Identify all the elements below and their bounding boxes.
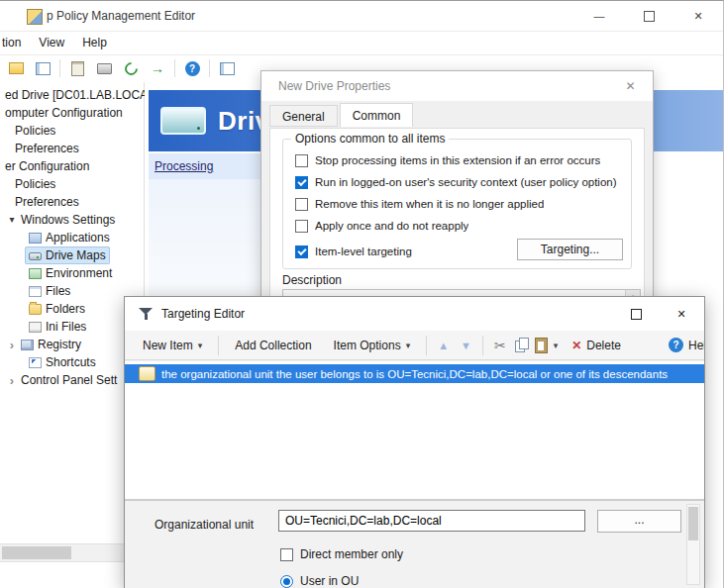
run-user-context-checkbox[interactable]: [295, 176, 308, 189]
tree-item-environment[interactable]: Environment: [0, 264, 144, 282]
maximize-button[interactable]: [624, 1, 673, 31]
option-run-in-user-context[interactable]: Run in logged-on user's security context…: [295, 174, 621, 190]
options-group-box: Options common to all items Stop process…: [282, 139, 632, 269]
tree-item-shortcuts[interactable]: Shortcuts: [0, 353, 144, 371]
tree-item-applications[interactable]: Applications: [0, 229, 144, 246]
environment-icon: [29, 268, 42, 279]
properties-scrollbar[interactable]: [686, 504, 700, 585]
tree-item-folders[interactable]: Folders: [0, 300, 144, 318]
option-remove-when-not-applied[interactable]: Remove this item when it is no longer ap…: [295, 196, 621, 212]
tree-item-mapped-drive[interactable]: ed Drive [DC01.LAB.LOCA: [0, 86, 144, 104]
drive-header-icon: [160, 107, 206, 135]
window-controls: — ✕: [574, 1, 723, 31]
tree-horizontal-scrollbar[interactable]: [0, 543, 143, 562]
organizational-unit-input[interactable]: [278, 510, 585, 532]
targeting-item-organizational-unit[interactable]: the organizational unit the user belongs…: [125, 364, 704, 383]
minimize-button[interactable]: —: [574, 1, 624, 31]
option-stop-processing[interactable]: Stop processing items in this extension …: [295, 152, 621, 168]
tree-item-label: Registry: [38, 338, 81, 351]
expander-collapsed-icon[interactable]: ›: [6, 373, 18, 388]
expander-expanded-icon[interactable]: ▾: [6, 211, 18, 229]
help-icon[interactable]: ?: [182, 58, 202, 78]
option-label: Item-level targeting: [315, 245, 412, 257]
maximize-button[interactable]: [613, 297, 659, 331]
tree-item-windows-settings[interactable]: ▾Windows Settings: [0, 211, 144, 229]
maximize-icon: [631, 309, 642, 320]
tree-item-label: Environment: [46, 266, 112, 280]
close-icon: ✕: [625, 79, 635, 93]
refresh-icon[interactable]: [121, 58, 141, 78]
tree-item-computer-configuration[interactable]: omputer Configuration: [0, 104, 144, 122]
tab-label: Common: [353, 109, 401, 123]
tree-item-registry[interactable]: ›Registry: [0, 336, 144, 353]
tree-item-ini-files[interactable]: Ini Files: [0, 318, 144, 336]
option-apply-once[interactable]: Apply once and do not reapply: [295, 218, 621, 234]
tree-item-user-configuration[interactable]: er Configuration: [0, 157, 144, 175]
tree-item-computer-policies[interactable]: Policies: [0, 122, 144, 140]
apply-once-checkbox[interactable]: [295, 220, 308, 233]
clipboard-icon[interactable]: [67, 58, 87, 78]
list-view-icon[interactable]: [217, 58, 237, 78]
window-title: p Policy Management Editor: [47, 9, 195, 23]
add-collection-button[interactable]: Add Collection: [227, 334, 319, 357]
delete-button[interactable]: ✕ Delete: [564, 334, 629, 357]
toolbar-separator: [174, 59, 175, 77]
export-list-icon[interactable]: →: [148, 58, 167, 78]
paste-dropdown-icon[interactable]: ▾: [554, 341, 559, 350]
tree-item-computer-preferences[interactable]: Preferences: [0, 140, 144, 157]
direct-member-label: Direct member only: [300, 547, 403, 561]
move-down-button[interactable]: ▼: [458, 340, 474, 351]
direct-member-only-option[interactable]: Direct member only: [280, 546, 403, 562]
console-tree-toggle-icon[interactable]: [33, 58, 52, 78]
shortcuts-icon: [29, 357, 42, 368]
tree-item-label: Ini Files: [46, 320, 86, 334]
user-in-ou-label: User in OU: [300, 574, 359, 588]
expander-collapsed-icon[interactable]: ›: [6, 338, 18, 352]
tab-common[interactable]: Common: [340, 103, 414, 127]
move-up-button[interactable]: ▲: [435, 340, 452, 351]
copy-button[interactable]: [515, 338, 529, 352]
tree-item-files[interactable]: Files: [0, 282, 144, 300]
new-item-button[interactable]: New Item ▾: [135, 334, 210, 357]
user-in-ou-option[interactable]: User in OU: [280, 573, 359, 588]
tree-item-drive-maps[interactable]: Drive Maps: [0, 246, 144, 264]
menu-action[interactable]: tion: [0, 36, 30, 49]
tab-general[interactable]: General: [269, 105, 338, 127]
item-options-button[interactable]: Item Options ▾: [326, 334, 419, 357]
print-icon[interactable]: [94, 58, 114, 78]
user-in-ou-radio[interactable]: [280, 575, 293, 588]
tree-item-user-preferences[interactable]: Preferences: [0, 193, 144, 211]
toolbar-separator: [209, 59, 210, 77]
tree-item-label: Preferences: [15, 142, 79, 155]
remove-item-checkbox[interactable]: [295, 198, 308, 211]
help-button[interactable]: ? Help: [661, 334, 705, 357]
stop-processing-checkbox[interactable]: [295, 154, 308, 167]
navigation-icon[interactable]: [6, 58, 26, 78]
tree-item-label: Files: [46, 284, 70, 298]
menu-help[interactable]: Help: [73, 36, 116, 49]
processing-link[interactable]: Processing: [155, 159, 213, 173]
scrollbar-thumb[interactable]: [2, 546, 71, 559]
browse-button[interactable]: ...: [597, 510, 681, 533]
item-level-targeting-checkbox[interactable]: [295, 245, 308, 258]
paste-button[interactable]: [535, 338, 548, 353]
tree-item-control-panel-settings[interactable]: ›Control Panel Sett: [0, 371, 144, 389]
cut-button[interactable]: ✂: [491, 338, 509, 353]
close-button[interactable]: ✕: [673, 1, 723, 31]
targeting-items-list[interactable]: the organizational unit the user belongs…: [125, 361, 704, 500]
targeting-item-text: the organizational unit the user belongs…: [161, 368, 668, 380]
dialog-close-button[interactable]: ✕: [608, 71, 653, 101]
close-icon: ✕: [693, 10, 702, 23]
targeting-button[interactable]: Targeting...: [517, 239, 623, 260]
tree-item-user-policies[interactable]: Policies: [0, 175, 144, 193]
drive-maps-icon: [29, 252, 42, 260]
tree-item-label: Shortcuts: [46, 355, 96, 369]
toolbar-separator: [59, 59, 60, 77]
export-arrow-glyph: →: [151, 60, 164, 76]
scrollbar-thumb[interactable]: [688, 507, 698, 540]
dialog-title: Targeting Editor: [161, 307, 245, 321]
direct-member-checkbox[interactable]: [280, 548, 293, 561]
close-button[interactable]: ✕: [659, 297, 704, 331]
menu-view[interactable]: View: [30, 36, 73, 49]
organizational-unit-label: Organizational unit: [155, 518, 254, 532]
